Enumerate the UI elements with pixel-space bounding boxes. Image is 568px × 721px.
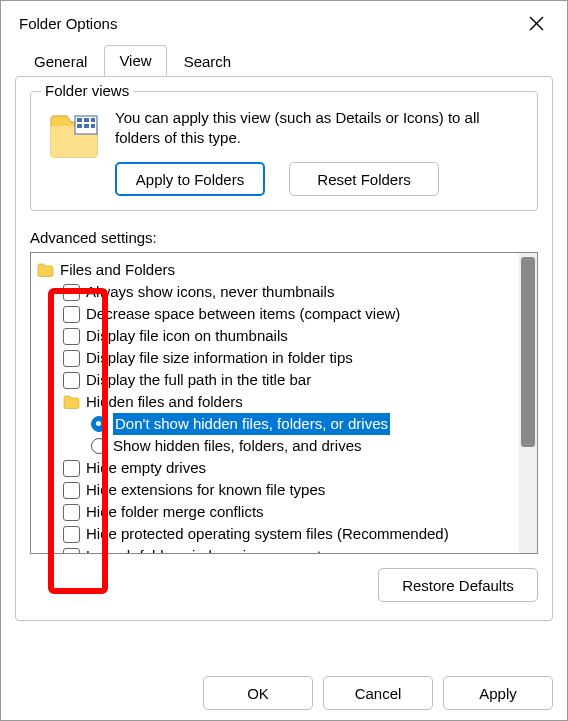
tree-radio-dont-show[interactable]: Don't show hidden files, folders, or dri… [37, 413, 515, 435]
ok-button[interactable]: OK [203, 676, 313, 710]
apply-to-folders-button[interactable]: Apply to Folders [115, 162, 265, 196]
scrollbar[interactable] [519, 253, 537, 553]
tree-item[interactable]: Decrease space between items (compact vi… [37, 303, 515, 325]
tree-group-hidden: Hidden files and folders [37, 391, 515, 413]
tree-item-label: Always show icons, never thumbnails [86, 281, 334, 303]
tree-group-label: Hidden files and folders [86, 391, 243, 413]
folder-icon [49, 112, 99, 158]
folder-options-dialog: Folder Options General View Search Folde… [0, 0, 568, 721]
advanced-settings-label: Advanced settings: [30, 229, 538, 246]
checkbox[interactable] [63, 482, 80, 499]
cancel-button[interactable]: Cancel [323, 676, 433, 710]
dialog-title: Folder Options [19, 15, 117, 32]
apply-button[interactable]: Apply [443, 676, 553, 710]
tab-view[interactable]: View [104, 45, 166, 76]
tree-item[interactable]: Hide protected operating system files (R… [37, 523, 515, 545]
tree-item-label: Launch folder windows in a separate proc… [86, 545, 386, 554]
restore-defaults-button[interactable]: Restore Defaults [378, 568, 538, 602]
tab-panel-view: Folder views You can apply this view (su… [15, 76, 553, 621]
tree-item-label: Don't show hidden files, folders, or dri… [113, 413, 390, 435]
tab-general[interactable]: General [19, 46, 102, 76]
tree-item-label: Hide extensions for known file types [86, 479, 325, 501]
svg-rect-3 [77, 118, 82, 122]
tab-bar: General View Search [1, 45, 567, 77]
checkbox[interactable] [63, 460, 80, 477]
radio[interactable] [91, 438, 107, 454]
folder-small-icon [37, 263, 54, 277]
svg-rect-5 [91, 118, 95, 122]
checkbox[interactable] [63, 350, 80, 367]
svg-rect-7 [84, 124, 89, 128]
tree-item[interactable]: Launch folder windows in a separate proc… [37, 545, 515, 554]
tree-item[interactable]: Hide extensions for known file types [37, 479, 515, 501]
radio[interactable] [91, 416, 107, 432]
svg-rect-6 [77, 124, 82, 128]
folder-small-icon [63, 395, 80, 409]
folder-views-text: You can apply this view (such as Details… [115, 108, 523, 148]
tab-search[interactable]: Search [169, 46, 247, 76]
folder-views-group: Folder views You can apply this view (su… [30, 91, 538, 211]
reset-folders-button[interactable]: Reset Folders [289, 162, 439, 196]
tree-item-label: Display the full path in the title bar [86, 369, 311, 391]
tree-item-label: Show hidden files, folders, and drives [113, 435, 361, 457]
checkbox[interactable] [63, 306, 80, 323]
checkbox[interactable] [63, 284, 80, 301]
tree-item-label: Decrease space between items (compact vi… [86, 303, 400, 325]
folder-views-label: Folder views [41, 82, 133, 99]
checkbox[interactable] [63, 372, 80, 389]
tree-item-label: Display file size information in folder … [86, 347, 353, 369]
tree-item[interactable]: Display the full path in the title bar [37, 369, 515, 391]
tree-item[interactable]: Always show icons, never thumbnails [37, 281, 515, 303]
scrollbar-thumb[interactable] [521, 257, 535, 447]
svg-rect-8 [91, 124, 95, 128]
tree-item-label: Hide protected operating system files (R… [86, 523, 449, 545]
checkbox[interactable] [63, 548, 80, 555]
checkbox[interactable] [63, 526, 80, 543]
tree-item-label: Display file icon on thumbnails [86, 325, 288, 347]
tree-item[interactable]: Display file size information in folder … [37, 347, 515, 369]
tree-group-files-folders: Files and Folders [37, 259, 515, 281]
tree-group-label: Files and Folders [60, 259, 175, 281]
checkbox[interactable] [63, 328, 80, 345]
tree-item-label: Hide folder merge conflicts [86, 501, 264, 523]
dialog-button-row: OK Cancel Apply [203, 676, 553, 710]
svg-rect-4 [84, 118, 89, 122]
close-button[interactable] [519, 6, 553, 40]
tree-item[interactable]: Hide empty drives [37, 457, 515, 479]
checkbox[interactable] [63, 504, 80, 521]
close-icon [529, 16, 544, 31]
advanced-settings-tree[interactable]: Files and Folders Always show icons, nev… [30, 252, 538, 554]
tree-radio-show[interactable]: Show hidden files, folders, and drives [37, 435, 515, 457]
tree-item[interactable]: Hide folder merge conflicts [37, 501, 515, 523]
tree-item[interactable]: Display file icon on thumbnails [37, 325, 515, 347]
titlebar: Folder Options [1, 1, 567, 45]
tree-item-label: Hide empty drives [86, 457, 206, 479]
